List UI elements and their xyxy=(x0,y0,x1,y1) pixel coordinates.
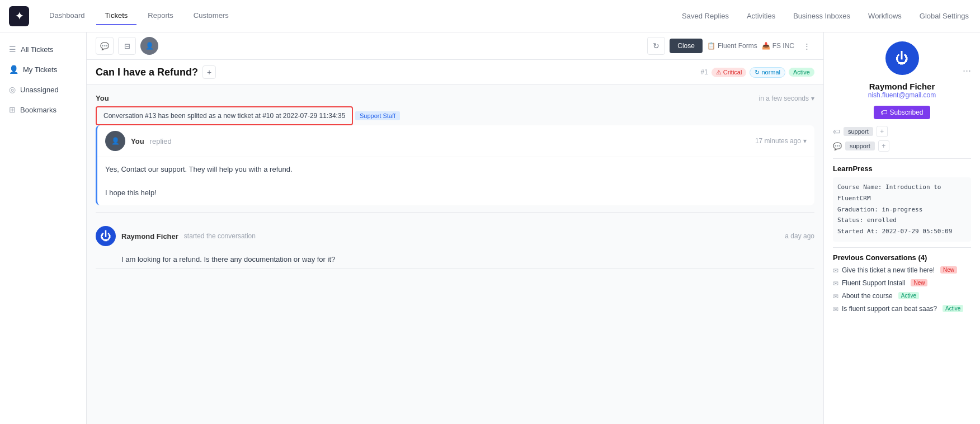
sidebar-label-bookmarks: Bookmarks xyxy=(20,106,56,114)
conversation-area: You in a few seconds ▾ Conversation #13 … xyxy=(87,85,823,424)
tag-add-btn-2[interactable]: + xyxy=(878,140,889,152)
badge-critical: ⚠ Critical xyxy=(712,68,747,77)
started-at: Started At: 2022-07-29 05:50:09 xyxy=(837,226,967,237)
prev-conv-text-4: Is fluent support can beat saas? xyxy=(842,305,937,313)
graduation: Graduation: in-progress xyxy=(837,204,967,215)
tag-1: support xyxy=(844,127,873,136)
avatar-image: 👤 xyxy=(145,42,154,50)
user-email[interactable]: nish.fluent@gmail.com xyxy=(833,91,971,99)
nav-customers[interactable]: Customers xyxy=(185,7,238,25)
learnpress-title: LearnPress xyxy=(833,164,971,173)
chat-view-btn[interactable]: 💬 xyxy=(96,37,114,55)
customer-body: I am looking for a refund. Is there any … xyxy=(96,251,814,268)
section-divider-2 xyxy=(833,247,971,248)
sidebar-label-my-tickets: My Tickets xyxy=(23,65,57,74)
fluent-forms-link[interactable]: 📋 Fluent Forms xyxy=(707,42,757,50)
customer-name: Raymond Ficher xyxy=(121,232,178,241)
nav-reports[interactable]: Reports xyxy=(139,7,182,25)
ticket-title: Can I have a Refund? xyxy=(96,67,198,78)
prev-conv-title: Previous Conversations (4) xyxy=(833,253,971,262)
logo[interactable]: ✦ xyxy=(9,6,29,26)
mail-icon-1: ✉ xyxy=(833,267,838,275)
customer-message: ⏻ Raymond Ficher started the conversatio… xyxy=(96,222,814,268)
sidebar-item-bookmarks[interactable]: ⊞ Bookmarks xyxy=(0,100,86,120)
customer-header: ⏻ Raymond Ficher started the conversatio… xyxy=(96,222,814,251)
prev-badge-new-1: New xyxy=(940,266,957,274)
sidebar-item-my-tickets[interactable]: 👤 My Tickets xyxy=(0,59,86,79)
logo-icon: ✦ xyxy=(15,10,23,22)
nav-activities[interactable]: Activities xyxy=(745,7,778,25)
tags-section: 🏷 support + 💬 support + xyxy=(833,126,971,152)
prev-badge-active-1: Active xyxy=(898,292,919,299)
columns-icon: ⊟ xyxy=(124,42,130,50)
tag-add-btn-1[interactable]: + xyxy=(877,126,888,137)
nav-saved-replies[interactable]: Saved Replies xyxy=(680,7,731,25)
user-more-btn[interactable]: ··· xyxy=(963,65,971,77)
status: Status: enrolled xyxy=(837,215,967,226)
course-name: Course Name: Introduction to FluentCRM xyxy=(837,182,967,204)
prev-conv-item-4[interactable]: ✉ Is fluent support can beat saas? Activ… xyxy=(833,305,971,313)
nav-right: Saved Replies Activities Business Inboxe… xyxy=(680,7,971,25)
chevron-down-icon-2: ▾ xyxy=(803,137,807,145)
nav-links: Dashboard Tickets Reports Customers xyxy=(40,7,238,25)
split-notice: Conversation #13 has been splited as a n… xyxy=(96,106,353,125)
list-icon: ☰ xyxy=(9,45,16,54)
nav-global-settings[interactable]: Global Settings xyxy=(917,7,971,25)
sidebar-label-all-tickets: All Tickets xyxy=(21,45,54,54)
you-time: in a few seconds ▾ xyxy=(759,95,814,102)
badge-active: Active xyxy=(789,68,814,77)
fs-inc-link[interactable]: 📥 FS INC xyxy=(762,42,794,50)
reply-sender: You xyxy=(131,137,144,145)
subscribed-label: Subscribed xyxy=(889,109,923,116)
circle-icon: ◎ xyxy=(9,85,16,94)
reply-line-2: I hope this help! xyxy=(105,187,807,199)
prev-badge-new-2: New xyxy=(911,279,927,286)
reply-body: Yes, Contact our support. They will help… xyxy=(97,157,814,205)
subscribed-button[interactable]: 🏷 Subscribed xyxy=(874,106,930,119)
close-button[interactable]: Close xyxy=(670,39,703,53)
prev-conv-item-3[interactable]: ✉ About the course Active xyxy=(833,292,971,300)
sidebar: ☰ All Tickets 👤 My Tickets ◎ Unassigned … xyxy=(0,32,87,424)
split-view-btn[interactable]: ⊟ xyxy=(118,37,136,55)
nav-tickets[interactable]: Tickets xyxy=(96,7,137,25)
tag-row-1: 🏷 support + xyxy=(833,126,971,137)
sidebar-label-unassigned: Unassigned xyxy=(20,86,59,94)
layout: ☰ All Tickets 👤 My Tickets ◎ Unassigned … xyxy=(0,32,980,424)
ticket-add-btn[interactable]: + xyxy=(202,65,216,79)
fs-inc-text: FS INC xyxy=(772,42,794,50)
sidebar-item-all-tickets[interactable]: ☰ All Tickets xyxy=(0,39,86,59)
fluent-forms-text: Fluent Forms xyxy=(718,42,757,50)
reply-message-header: 👤 You replied 17 minutes ago ▾ xyxy=(97,125,814,157)
power-icon: ⏻ xyxy=(100,230,111,243)
top-nav: ✦ Dashboard Tickets Reports Customers Sa… xyxy=(0,0,980,32)
nav-workflows[interactable]: Workflows xyxy=(866,7,904,25)
you-message-header: You in a few seconds ▾ xyxy=(96,94,814,102)
badge-normal: ↻ normal xyxy=(750,67,785,78)
critical-icon: ⚠ xyxy=(716,69,722,76)
mail-icon-4: ✉ xyxy=(833,305,838,313)
forms-icon: 📋 xyxy=(707,42,715,50)
ticket-badges: #1 ⚠ Critical ↻ normal Active xyxy=(700,67,814,78)
refresh-btn[interactable]: ↻ xyxy=(647,37,665,55)
more-options-btn[interactable]: ⋮ xyxy=(799,38,814,54)
reply-action: replied xyxy=(150,137,172,145)
inbox-icon: 📥 xyxy=(762,42,770,50)
prev-conv-item-1[interactable]: ✉ Give this ticket a new title here! New xyxy=(833,266,971,275)
tag-icon-2: 💬 xyxy=(833,142,842,150)
section-divider-1 xyxy=(833,158,971,159)
sidebar-item-unassigned[interactable]: ◎ Unassigned xyxy=(0,79,86,100)
nav-dashboard[interactable]: Dashboard xyxy=(40,7,94,25)
nav-business-inboxes[interactable]: Business Inboxes xyxy=(791,7,852,25)
ticket-toolbar: 💬 ⊟ 👤 ↻ Close 📋 Fluent Forms 📥 FS INC ⋮ xyxy=(87,32,823,60)
prev-conv-item-2[interactable]: ✉ Fluent Support Install New xyxy=(833,279,971,288)
ticket-header: Can I have a Refund? + #1 ⚠ Critical ↻ n… xyxy=(87,60,823,85)
customer-avatar: ⏻ xyxy=(96,226,116,246)
reply-message-block: 👤 You replied 17 minutes ago ▾ Yes, Cont… xyxy=(96,125,814,205)
refresh-icon: ↻ xyxy=(653,41,659,50)
tag-row-2: 💬 support + xyxy=(833,140,971,152)
normal-icon: ↻ xyxy=(755,69,760,76)
avatar-icon: 👤 xyxy=(111,137,120,145)
chevron-down-icon: ▾ xyxy=(811,95,814,102)
you-name: You xyxy=(96,94,109,102)
reply-avatar: 👤 xyxy=(105,131,125,151)
